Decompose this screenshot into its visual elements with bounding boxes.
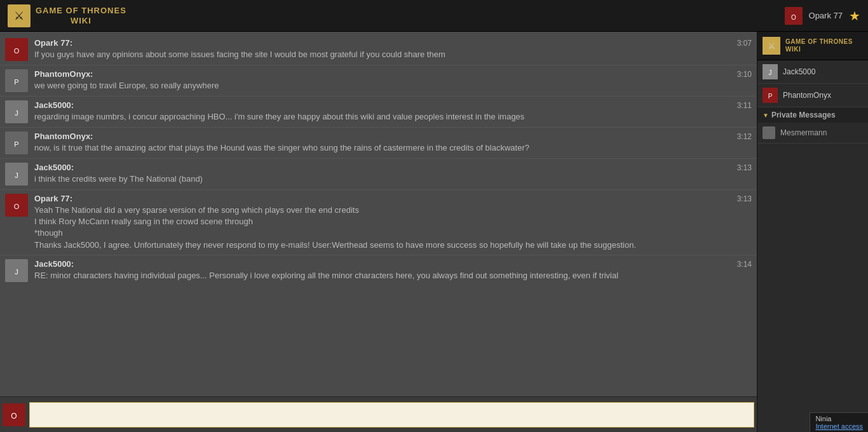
message-header: Jack5000:3:14 <box>34 259 752 269</box>
svg-text:J: J <box>15 268 18 276</box>
message-username: PhantomOnyx: <box>34 132 93 141</box>
message-username: Jack5000: <box>34 100 74 110</box>
message-content: PhantomOnyx:3:10we were going to travil … <box>34 69 752 91</box>
message-time: 3:07 <box>737 39 752 48</box>
message-username: Opark 77: <box>34 38 72 48</box>
sidebar-user-avatar: J <box>763 64 778 79</box>
message-time: 3:14 <box>737 260 752 269</box>
messages-container[interactable]: OOpark 77:3:07If you guys have any opini… <box>0 32 757 396</box>
username-display[interactable]: Opark 77 <box>809 11 843 20</box>
input-avatar: O <box>3 403 25 426</box>
sidebar-logo-icon: ⚔ <box>763 37 780 55</box>
message-row: PPhantomOnyx:3:12now, is it true that th… <box>0 128 757 159</box>
message-text: i think the credits were by The National… <box>34 173 752 185</box>
chat-area: OOpark 77:3:07If you guys have any opini… <box>0 32 757 432</box>
message-content: Jack5000:3:13i think the credits were by… <box>34 163 752 185</box>
svg-text:O: O <box>11 412 17 421</box>
message-text: regarding image numbrs, i concur approac… <box>34 111 752 123</box>
message-content: Jack5000:3:14RE: minor characters having… <box>34 259 752 281</box>
sidebar-logo-line1: GAME OF THRONES <box>785 38 853 45</box>
message-avatar: O <box>5 38 28 61</box>
tooltip-link[interactable]: Internet access <box>815 422 863 430</box>
message-time: 3:12 <box>737 132 752 141</box>
sidebar-user-avatar: P <box>763 88 778 103</box>
svg-text:J: J <box>15 172 18 179</box>
svg-text:P: P <box>14 140 18 148</box>
svg-text:J: J <box>15 109 18 117</box>
message-username: Opark 77: <box>34 194 72 203</box>
logo-icon: ⚔ <box>8 4 31 27</box>
bottom-tooltip: Ninia Internet access <box>810 412 868 432</box>
sidebar-username: PhantomOnyx <box>783 91 831 100</box>
svg-text:O: O <box>791 14 796 21</box>
message-row: OOpark 77:3:07If you guys have any opini… <box>0 34 757 65</box>
message-avatar: J <box>5 163 28 186</box>
logo-line2: WIKI <box>71 16 92 25</box>
message-text: we were going to travil Europe, so reall… <box>34 80 752 91</box>
message-time: 3:10 <box>737 70 752 79</box>
message-content: Jack5000:3:11regarding image numbrs, i c… <box>34 100 752 123</box>
svg-text:P: P <box>14 78 18 86</box>
message-row: OOpark 77:3:13Yeah The National did a ve… <box>0 190 757 255</box>
message-avatar: J <box>5 259 28 282</box>
svg-text:J: J <box>769 69 772 76</box>
logo-text: GAME OF THRONES WIKI <box>36 6 126 25</box>
sidebar-user-item[interactable]: JJack5000 <box>757 60 868 84</box>
sidebar: ⚔ GAME OF THRONES WIKI JJack5000PPhantom… <box>757 32 868 432</box>
message-username: Jack5000: <box>34 259 74 269</box>
sidebar-pm-list: Mesmermann <box>757 123 868 144</box>
sidebar-users: JJack5000PPhantomOnyx <box>757 60 868 107</box>
message-avatar: J <box>5 100 28 123</box>
user-avatar-top: O <box>785 7 803 25</box>
private-messages-label: Private Messages <box>771 111 836 119</box>
svg-text:O: O <box>14 203 20 210</box>
tooltip-label: Ninia <box>815 415 831 422</box>
message-avatar: P <box>5 132 28 154</box>
message-header: PhantomOnyx:3:12 <box>34 132 752 141</box>
message-text: Yeah The National did a very sparse vers… <box>34 205 752 251</box>
chat-input[interactable] <box>29 402 754 428</box>
message-avatar: O <box>5 194 28 217</box>
message-username: Jack5000: <box>34 163 74 172</box>
message-content: Opark 77:3:07If you guys have any opinio… <box>34 38 752 60</box>
pm-arrow-icon: ▼ <box>763 112 769 119</box>
message-header: Jack5000:3:13 <box>34 163 752 172</box>
user-area: O Opark 77 ★ <box>785 7 860 25</box>
message-row: JJack5000:3:14RE: minor characters havin… <box>0 255 757 286</box>
message-header: PhantomOnyx:3:10 <box>34 69 752 79</box>
sidebar-logo: ⚔ GAME OF THRONES WIKI <box>757 32 868 60</box>
message-header: Jack5000:3:11 <box>34 100 752 110</box>
message-header: Opark 77:3:07 <box>34 38 752 48</box>
logo-line1: GAME OF THRONES <box>36 6 126 15</box>
message-row: JJack5000:3:13i think the credits were b… <box>0 159 757 190</box>
sidebar-pm-name: Mesmermann <box>780 128 827 137</box>
sidebar-username: Jack5000 <box>783 67 815 76</box>
sidebar-logo-text: GAME OF THRONES WIKI <box>785 38 853 53</box>
logo-area: ⚔ GAME OF THRONES WIKI <box>8 4 126 27</box>
svg-text:P: P <box>768 93 773 100</box>
message-avatar: P <box>5 69 28 92</box>
message-username: PhantomOnyx: <box>34 69 93 79</box>
sidebar-user-item[interactable]: PPhantomOnyx <box>757 84 868 107</box>
message-content: Opark 77:3:13Yeah The National did a ver… <box>34 194 752 251</box>
sidebar-logo-line2: WIKI <box>785 46 801 53</box>
message-row: PPhantomOnyx:3:10we were going to travil… <box>0 65 757 97</box>
sidebar-pm-avatar <box>763 126 775 139</box>
message-text: RE: minor characters having individual p… <box>34 270 752 281</box>
sidebar-pm-item[interactable]: Mesmermann <box>757 123 868 144</box>
private-messages-header: ▼ Private Messages <box>757 107 868 123</box>
svg-text:O: O <box>14 47 20 55</box>
message-time: 3:11 <box>737 101 752 110</box>
topbar: ⚔ GAME OF THRONES WIKI O Opark 77 ★ <box>0 0 868 32</box>
message-text: now, is it true that the amazing actor t… <box>34 142 752 154</box>
message-time: 3:13 <box>737 194 752 203</box>
input-area: O <box>0 396 757 432</box>
message-content: PhantomOnyx:3:12now, is it true that the… <box>34 132 752 154</box>
message-text: If you guys have any opinions about some… <box>34 49 752 60</box>
star-icon[interactable]: ★ <box>849 8 860 24</box>
message-row: JJack5000:3:11regarding image numbrs, i … <box>0 97 757 128</box>
message-time: 3:13 <box>737 163 752 172</box>
main-area: OOpark 77:3:07If you guys have any opini… <box>0 32 868 432</box>
message-header: Opark 77:3:13 <box>34 194 752 203</box>
